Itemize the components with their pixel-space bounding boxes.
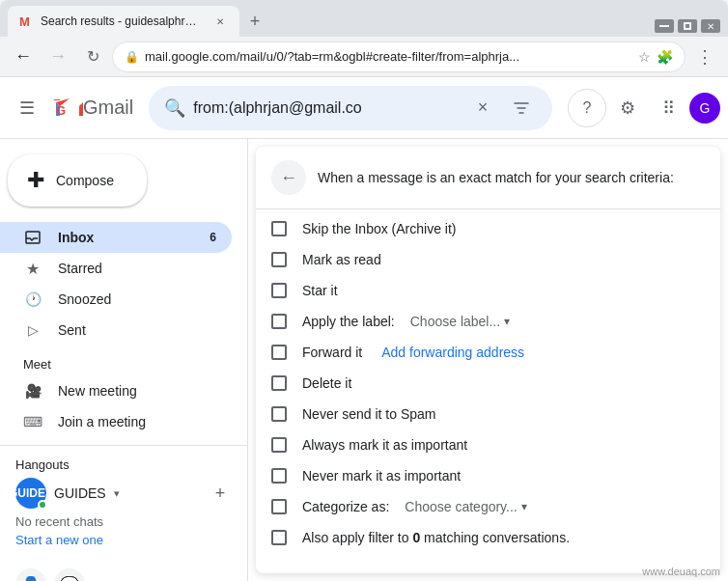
browser-tab-active[interactable]: M Search results - guidesalphr@gm... ✕: [8, 6, 239, 37]
bookmark-icon[interactable]: ☆: [638, 49, 651, 65]
search-input[interactable]: [193, 99, 460, 117]
sidebar-sent-label: Sent: [58, 322, 86, 338]
svg-text:G: G: [56, 103, 66, 118]
label-categorize: Categorize as:: [302, 499, 389, 514]
snoozed-icon: 🕐: [23, 291, 42, 307]
sidebar-item-inbox[interactable]: Inbox 6: [0, 222, 232, 253]
checkbox-never-spam[interactable]: [271, 406, 287, 422]
label-select[interactable]: Choose label... ▾: [410, 314, 510, 329]
label-select-arrow: ▾: [504, 315, 510, 328]
svg-rect-1: [54, 99, 60, 100]
filter-option-apply-label: Apply the label: Choose label... ▾: [271, 306, 705, 337]
browser-more-button[interactable]: ⋮: [689, 42, 720, 72]
sidebar-divider: [0, 445, 247, 446]
hangouts-section: Hangouts GUIDES GUIDES ▾ + No recent cha…: [0, 454, 247, 553]
sidebar: ✚ Compose Inbox 6 ★ Starred 🕐 Snoozed ▷: [0, 139, 247, 581]
header-right: ? ⚙ ⠿ G: [568, 89, 720, 127]
hangouts-status-dot: [38, 500, 47, 510]
no-recent-chats: No recent chats: [15, 512, 232, 531]
start-new-chat[interactable]: Start a new one: [15, 531, 232, 549]
checkbox-star-it[interactable]: [271, 283, 287, 298]
gmail-body: ✚ Compose Inbox 6 ★ Starred 🕐 Snoozed ▷: [0, 139, 728, 581]
filter-option-also-apply: Also apply filter to 0 matching conversa…: [271, 522, 705, 553]
checkbox-categorize[interactable]: [271, 499, 287, 514]
sidebar-item-new-meeting[interactable]: 🎥 New meeting: [0, 375, 232, 406]
label-apply-label: Apply the label:: [302, 314, 395, 329]
svg-rect-3: [26, 232, 40, 243]
compose-label: Compose: [56, 173, 114, 188]
browser-chrome: M Search results - guidesalphr@gm... ✕ +…: [0, 0, 728, 37]
filter-option-forward-it: Forward it Add forwarding address: [271, 337, 705, 368]
checkbox-forward-it[interactable]: [271, 345, 287, 360]
extension-icon[interactable]: 🧩: [657, 49, 673, 65]
categorize-select[interactable]: Choose category... ▾: [405, 499, 526, 514]
help-button[interactable]: ?: [568, 89, 606, 127]
label-mark-read: Mark as read: [302, 252, 381, 267]
reload-button[interactable]: ↻: [77, 42, 108, 72]
hangouts-person-icon[interactable]: 👤: [15, 568, 46, 581]
filter-option-never-spam: Never send it to Spam: [271, 399, 705, 429]
sidebar-item-snoozed[interactable]: 🕐 Snoozed: [0, 284, 232, 315]
hangouts-avatar: GUIDES: [15, 478, 46, 509]
filter-option-never-important: Never mark it as important: [271, 460, 705, 491]
hamburger-button[interactable]: ☰: [8, 89, 46, 127]
compose-plus-icon: ✚: [27, 168, 44, 193]
apps-button[interactable]: ⠿: [649, 89, 687, 127]
main-content: ← When a message is an exact match for y…: [247, 139, 728, 581]
compose-button[interactable]: ✚ Compose: [8, 154, 147, 207]
browser-menu-area: ✕: [655, 19, 720, 33]
settings-button[interactable]: ⚙: [608, 89, 647, 127]
label-also-apply: Also apply filter to 0 matching conversa…: [302, 530, 570, 545]
search-filter-button[interactable]: [506, 93, 537, 124]
url-bar[interactable]: 🔒 mail.google.com/mail/u/0/?tab=rm&ogbl#…: [112, 42, 686, 72]
sidebar-join-meeting-label: Join a meeting: [58, 414, 146, 429]
checkbox-skip-inbox[interactable]: [271, 221, 287, 236]
filter-option-delete-it: Delete it: [271, 368, 705, 399]
checkbox-always-important[interactable]: [271, 437, 287, 453]
sidebar-section-meet: Meet: [0, 349, 247, 375]
sidebar-item-starred[interactable]: ★ Starred: [0, 253, 232, 284]
hangouts-bottom-icons: 👤 💬: [0, 561, 247, 581]
checkbox-also-apply[interactable]: [271, 530, 287, 545]
filter-option-skip-inbox: Skip the Inbox (Archive it): [271, 213, 705, 244]
close-window-button[interactable]: ✕: [701, 19, 720, 33]
label-never-spam: Never send it to Spam: [302, 406, 436, 422]
svg-text:M: M: [19, 14, 30, 29]
tab-close-button[interactable]: ✕: [212, 14, 228, 29]
filter-dialog-title: When a message is an exact match for you…: [318, 170, 674, 185]
filter-option-always-important: Always mark it as important: [271, 429, 705, 460]
new-tab-button[interactable]: +: [241, 8, 268, 35]
user-avatar[interactable]: G: [689, 93, 720, 124]
browser-controls: ← → ↻ 🔒 mail.google.com/mail/u/0/?tab=rm…: [0, 37, 728, 77]
gmail-header: ☰ G Gmail 🔍 ×: [0, 77, 728, 139]
add-forwarding-address-link[interactable]: Add forwarding address: [381, 345, 524, 360]
checkbox-never-important[interactable]: [271, 468, 287, 484]
label-always-important: Always mark it as important: [302, 437, 467, 453]
starred-icon: ★: [23, 260, 42, 278]
maximize-button[interactable]: [678, 19, 697, 33]
filter-back-button[interactable]: ←: [271, 160, 306, 195]
checkbox-delete-it[interactable]: [271, 375, 287, 391]
search-clear-button[interactable]: ×: [467, 93, 498, 124]
hangouts-add-button[interactable]: +: [209, 482, 232, 505]
forward-nav-button[interactable]: →: [42, 42, 73, 72]
gmail-logo-m-icon: G: [54, 97, 85, 120]
filter-dialog-header: ← When a message is an exact match for y…: [256, 147, 720, 209]
search-icon[interactable]: 🔍: [164, 97, 185, 119]
sidebar-snoozed-label: Snoozed: [58, 291, 111, 307]
sidebar-item-sent[interactable]: ▷ Sent: [0, 315, 232, 346]
hangouts-chat-icon[interactable]: 💬: [54, 568, 85, 581]
sidebar-item-join-meeting[interactable]: ⌨ Join a meeting: [0, 406, 232, 437]
label-select-text: Choose label...: [410, 314, 500, 329]
minimize-button[interactable]: [655, 19, 674, 33]
gmail-app: ☰ G Gmail 🔍 ×: [0, 77, 728, 581]
search-bar: 🔍 ×: [149, 86, 552, 130]
url-text: mail.google.com/mail/u/0/?tab=rm&ogbl#cr…: [145, 49, 632, 64]
hangouts-username: GUIDES: [54, 485, 106, 501]
checkbox-apply-label[interactable]: [271, 314, 287, 329]
checkbox-mark-read[interactable]: [271, 252, 287, 267]
hangouts-dropdown-icon[interactable]: ▾: [114, 487, 120, 500]
filter-options-list: Skip the Inbox (Archive it) Mark as read…: [256, 209, 720, 573]
back-nav-button[interactable]: ←: [8, 42, 39, 72]
inbox-badge: 6: [210, 231, 216, 244]
